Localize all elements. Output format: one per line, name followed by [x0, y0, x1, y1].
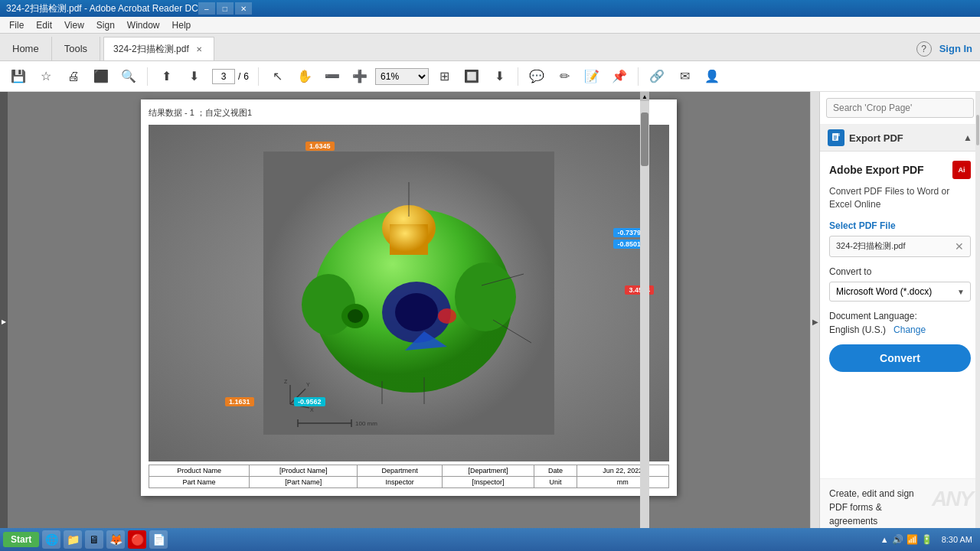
- system-tray: ▲ 🔊 📶 🔋: [880, 534, 933, 545]
- menu-help[interactable]: Help: [166, 18, 198, 32]
- pdf-image: Y X Z 100 mm 1.6345: [149, 125, 669, 461]
- export-pdf-header[interactable]: Export PDF ▲: [820, 125, 980, 152]
- left-panel-toggle[interactable]: ▶: [0, 92, 8, 551]
- save-button[interactable]: 💾: [6, 64, 31, 89]
- table-cell: Jun 22, 2022: [577, 465, 668, 477]
- pdf-page: 结果数据 - 1 ；自定义视图1: [141, 99, 677, 496]
- pen-button[interactable]: ✏: [552, 64, 577, 89]
- right-panel: Export PDF ▲ Adobe Export PDF Ai Convert…: [819, 92, 980, 551]
- menu-sign[interactable]: Sign: [90, 18, 121, 32]
- cursor-tool-button[interactable]: ↖: [265, 64, 289, 89]
- fit-page-button[interactable]: ⊞: [432, 64, 456, 89]
- table-cell: [Inspector]: [442, 477, 534, 488]
- adobe-export-title-text: Adobe Export PDF: [829, 164, 924, 176]
- taskbar-firefox-icon[interactable]: 🦊: [106, 530, 125, 549]
- email-button[interactable]: ✉: [672, 64, 697, 89]
- pdf-clear-button[interactable]: ✕: [955, 240, 964, 253]
- titlebar: 324-2扫描检测.pdf - Adobe Acrobat Reader DC …: [0, 0, 980, 17]
- tray-icon4: 🔋: [921, 534, 933, 545]
- pdf-filename: 324-2扫描检测.pdf: [836, 240, 905, 252]
- right-scrollbar-thumb[interactable]: [976, 115, 979, 145]
- pdf-header: 结果数据 - 1 ；自定义视图1: [149, 107, 669, 119]
- menu-view[interactable]: View: [58, 18, 90, 32]
- close-button[interactable]: ✕: [235, 2, 252, 15]
- zoom-select[interactable]: 61% 75% 100% 125%: [375, 68, 429, 85]
- signin-button[interactable]: Sign In: [939, 43, 972, 54]
- prev-page-button[interactable]: ⬆: [154, 64, 178, 89]
- link-button[interactable]: 🔗: [645, 64, 669, 89]
- svg-point-4: [302, 274, 355, 335]
- scroll-thumb[interactable]: [641, 112, 648, 166]
- zoom-mode-button[interactable]: 🔲: [459, 64, 484, 89]
- share-button[interactable]: 👤: [700, 64, 724, 89]
- page-input[interactable]: 3: [212, 69, 235, 84]
- convert-button[interactable]: Convert: [829, 344, 971, 372]
- right-panel-scrollbar: [975, 92, 980, 551]
- svg-text:Y: Y: [306, 382, 310, 387]
- scroll-up-button[interactable]: ▲: [640, 92, 649, 101]
- menubar: File Edit View Sign Window Help: [0, 17, 980, 34]
- label-bottom2: -0.9562: [294, 397, 325, 406]
- language-text: English (U.S.): [829, 324, 886, 335]
- taskbar-red-icon[interactable]: 🔴: [128, 530, 146, 549]
- table-cell: [Part Name]: [250, 477, 358, 488]
- hand-tool-button[interactable]: ✋: [292, 64, 317, 89]
- tray-icon1: ▲: [880, 535, 889, 544]
- minimize-button[interactable]: –: [198, 2, 215, 15]
- menu-window[interactable]: Window: [121, 18, 166, 32]
- help-icon[interactable]: ?: [916, 41, 932, 57]
- highlight-button[interactable]: 📝: [580, 64, 604, 89]
- maximize-button[interactable]: □: [217, 2, 234, 15]
- table-cell: Date: [534, 465, 577, 477]
- print-button[interactable]: 🖨: [61, 64, 86, 89]
- toolbar-separator4: [638, 67, 639, 86]
- search-crop-input[interactable]: [826, 98, 974, 118]
- menu-edit[interactable]: Edit: [30, 18, 58, 32]
- ad-text: Create, edit and sign PDF forms & agreem…: [829, 487, 929, 528]
- svg-text:Z: Z: [284, 379, 288, 384]
- left-arrow-icon: ▶: [2, 318, 6, 325]
- taskbar-ie-icon[interactable]: 🌐: [42, 530, 60, 549]
- bookmark-button[interactable]: ☆: [34, 64, 58, 89]
- print2-button[interactable]: ⬛: [89, 64, 113, 89]
- taskbar-folder-icon[interactable]: 📁: [64, 530, 82, 549]
- stamp-button[interactable]: 📌: [607, 64, 632, 89]
- main-area: ▶ 结果数据 - 1 ；自定义视图1: [0, 92, 980, 551]
- document-language-label: Document Language:: [829, 311, 971, 321]
- export-description: Convert PDF Files to Word or Excel Onlin…: [829, 185, 971, 211]
- toolbar-separator: [147, 67, 148, 86]
- model-background: Y X Z 100 mm 1.6345: [149, 125, 669, 461]
- taskbar-pdf-icon[interactable]: 📄: [149, 530, 168, 549]
- comment-button[interactable]: 💬: [524, 64, 549, 89]
- search-button[interactable]: 🔍: [116, 64, 141, 89]
- convert-to-select[interactable]: Microsoft Word (*.docx) Microsoft Excel …: [829, 282, 971, 302]
- tab-close-button[interactable]: ✕: [194, 44, 204, 54]
- svg-text:X: X: [310, 407, 314, 412]
- tab-home[interactable]: Home: [0, 37, 52, 60]
- change-language-link[interactable]: Change: [893, 324, 926, 335]
- zoom-out-button[interactable]: ➖: [320, 64, 345, 89]
- next-page-button[interactable]: ⬇: [181, 64, 206, 89]
- tab-tools[interactable]: Tools: [52, 37, 100, 60]
- search-crop-area: [820, 92, 980, 125]
- zoom-in-button[interactable]: ➕: [348, 64, 372, 89]
- tab-document[interactable]: 324-2扫描检测.pdf ✕: [103, 37, 214, 60]
- download-button[interactable]: ⬇: [487, 64, 511, 89]
- table-cell: [Product Name]: [250, 465, 358, 477]
- svg-point-5: [455, 262, 516, 331]
- taskbar-desktop-icon[interactable]: 🖥: [85, 530, 103, 549]
- right-panel-toggle[interactable]: ▶: [810, 92, 819, 551]
- vertical-scrollbar[interactable]: ▲ ▼: [640, 92, 649, 551]
- start-button[interactable]: Start: [3, 532, 39, 547]
- svg-text:100 mm: 100 mm: [355, 420, 377, 427]
- tray-icon3: 📶: [906, 534, 918, 545]
- toolbar-separator2: [258, 67, 259, 86]
- select-pdf-label[interactable]: Select PDF File: [829, 220, 971, 231]
- ad-watermark: ANY: [932, 487, 972, 511]
- toolbar-separator3: [518, 67, 518, 86]
- taskbar: Start 🌐 📁 🖥 🦊 🔴 📄 ▲ 🔊 📶 🔋 8:30 AM: [0, 528, 980, 551]
- titlebar-controls: – □ ✕: [198, 2, 252, 15]
- table-cell: [Department]: [442, 465, 534, 477]
- export-content: Adobe Export PDF Ai Convert PDF Files to…: [820, 152, 980, 478]
- menu-file[interactable]: File: [3, 18, 30, 32]
